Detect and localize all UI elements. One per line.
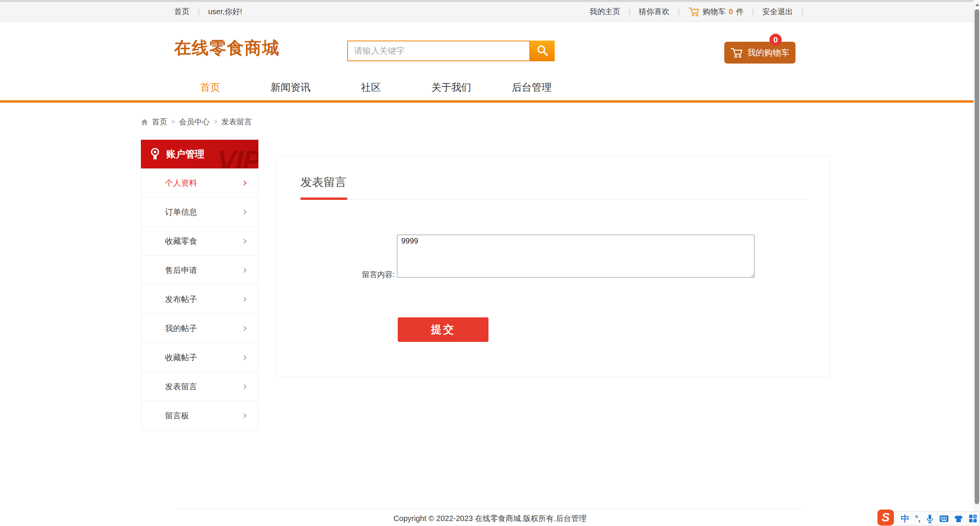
sidebar-item-favorite-snacks[interactable]: 收藏零食 xyxy=(141,227,258,256)
chevron-right-icon xyxy=(242,297,247,302)
topbar-cart-label: 购物车 xyxy=(703,7,726,17)
sidebar-item-label: 收藏零食 xyxy=(165,236,197,247)
chevron-right-icon xyxy=(242,355,247,360)
footer-divider xyxy=(176,509,804,509)
scrollbar-up-arrow-icon[interactable] xyxy=(975,3,979,6)
site-logo[interactable]: 在线零食商城 xyxy=(174,37,280,59)
sidebar-item-label: 售后申请 xyxy=(165,265,197,276)
main-nav: 首页 新闻资讯 社区 关于我们 后台管理 xyxy=(0,75,980,103)
submit-button[interactable]: 提交 xyxy=(398,317,488,342)
chevron-right-icon xyxy=(242,180,247,185)
cart-count-badge: 0 xyxy=(769,34,782,46)
divider: | xyxy=(198,8,200,16)
vip-watermark: VIP xyxy=(217,144,258,168)
nav-item-community[interactable]: 社区 xyxy=(331,81,411,94)
sidebar-item-favorite-posts[interactable]: 收藏帖子 xyxy=(141,343,258,372)
home-icon xyxy=(141,119,148,126)
nav-item-about[interactable]: 关于我们 xyxy=(411,81,492,94)
topbar-cart-count: 0 xyxy=(729,7,733,16)
search-icon xyxy=(536,44,549,57)
microphone-icon[interactable] xyxy=(926,514,934,523)
chevron-right-icon xyxy=(242,413,247,418)
topbar-cart-link[interactable]: 购物车0件 xyxy=(688,7,744,17)
chevron-right-icon xyxy=(242,268,247,273)
sidebar-item-label: 我的帖子 xyxy=(165,323,197,334)
top-utility-bar: 首页 | user,你好! 我的主页 | 猜你喜欢 | 购物车0件 | 安全退出… xyxy=(0,2,980,22)
breadcrumb-separator: > xyxy=(171,118,175,126)
sidebar-item-label: 收藏帖子 xyxy=(165,352,197,363)
vertical-scrollbar[interactable] xyxy=(973,0,980,526)
keyboard-icon[interactable] xyxy=(939,515,949,522)
nav-item-news[interactable]: 新闻资讯 xyxy=(250,81,331,94)
search-bar xyxy=(347,41,555,61)
divider: | xyxy=(629,8,630,16)
footer-admin-link[interactable]: 后台管理 xyxy=(556,514,586,523)
sidebar-item-my-posts[interactable]: 我的帖子 xyxy=(141,314,258,343)
message-form-card: 发表留言 留言内容: 9999 提交 xyxy=(276,156,830,377)
sidebar-item-label: 订单信息 xyxy=(165,207,197,217)
sidebar-item-orders[interactable]: 订单信息 xyxy=(141,198,258,227)
search-button[interactable] xyxy=(530,41,555,61)
sidebar-item-create-post[interactable]: 发布帖子 xyxy=(141,285,258,314)
sidebar-item-profile[interactable]: 个人资料 xyxy=(141,168,258,198)
sidebar-item-label: 发表留言 xyxy=(165,381,197,392)
toolbox-grid-icon[interactable] xyxy=(969,515,977,523)
scrollbar-thumb[interactable] xyxy=(975,9,979,504)
chinese-mode-icon[interactable]: 中 xyxy=(901,513,909,524)
divider: | xyxy=(801,8,803,16)
sidebar-item-label: 发布帖子 xyxy=(165,294,197,305)
sogou-logo-icon[interactable]: S xyxy=(877,510,894,526)
breadcrumb: 首页 > 会员中心 > 发表留言 xyxy=(141,117,252,127)
cart-icon xyxy=(688,7,700,17)
topbar-right: 我的主页 | 猜你喜欢 | 购物车0件 | 安全退出 | xyxy=(590,7,803,17)
message-content-label: 留言内容: xyxy=(356,270,395,280)
divider: | xyxy=(752,8,754,16)
cart-icon xyxy=(730,47,743,59)
account-sidebar: 账户管理 VIP 个人资料 订单信息 收藏零食 售后申请 发布帖子 我的帖子 收… xyxy=(141,140,258,430)
chevron-right-icon xyxy=(242,238,247,243)
topbar-left: 首页 | user,你好! xyxy=(174,7,242,17)
sidebar-item-label: 留言板 xyxy=(165,410,189,421)
sidebar-item-message-board[interactable]: 留言板 xyxy=(141,401,258,430)
topbar-cart-unit: 件 xyxy=(736,7,744,17)
message-content-textarea[interactable]: 9999 xyxy=(397,235,755,278)
topbar-greeting: user,你好! xyxy=(208,7,242,17)
breadcrumb-member[interactable]: 会员中心 xyxy=(179,117,210,127)
punctuation-icon[interactable]: °, xyxy=(915,514,921,524)
title-accent-bar xyxy=(301,198,347,200)
chevron-right-icon xyxy=(242,326,247,331)
copyright-text: Copyright © 2022-2023 在线零食商城.版权所有. xyxy=(394,514,556,523)
my-cart-button[interactable]: 我的购物车 xyxy=(724,42,795,64)
ime-toolbar: 中 °, xyxy=(893,511,980,526)
chevron-right-icon xyxy=(242,384,247,389)
divider: | xyxy=(678,8,680,16)
chevron-right-icon xyxy=(242,209,247,214)
breadcrumb-current: 发表留言 xyxy=(221,117,252,127)
topbar-logout-link[interactable]: 安全退出 xyxy=(762,7,793,17)
my-cart-button-label: 我的购物车 xyxy=(747,47,789,59)
medal-icon xyxy=(150,148,160,161)
sidebar-header: 账户管理 VIP xyxy=(141,140,258,168)
breadcrumb-separator: > xyxy=(214,118,218,126)
sidebar-item-label: 个人资料 xyxy=(165,178,197,188)
sidebar-title: 账户管理 xyxy=(166,148,204,160)
topbar-home-link[interactable]: 首页 xyxy=(174,7,189,17)
nav-item-admin[interactable]: 后台管理 xyxy=(492,81,572,94)
breadcrumb-home[interactable]: 首页 xyxy=(152,117,167,127)
title-divider xyxy=(301,199,807,199)
search-input[interactable] xyxy=(347,41,530,61)
skin-shirt-icon[interactable] xyxy=(954,515,963,523)
sidebar-item-aftersales[interactable]: 售后申请 xyxy=(141,256,258,285)
topbar-guess-link[interactable]: 猜你喜欢 xyxy=(639,7,670,17)
page-title: 发表留言 xyxy=(301,175,346,190)
nav-item-home[interactable]: 首页 xyxy=(170,81,250,94)
footer-copyright: Copyright © 2022-2023 在线零食商城.版权所有.后台管理 xyxy=(176,513,804,524)
sidebar-item-post-message[interactable]: 发表留言 xyxy=(141,372,258,401)
topbar-myhome-link[interactable]: 我的主页 xyxy=(590,7,620,17)
